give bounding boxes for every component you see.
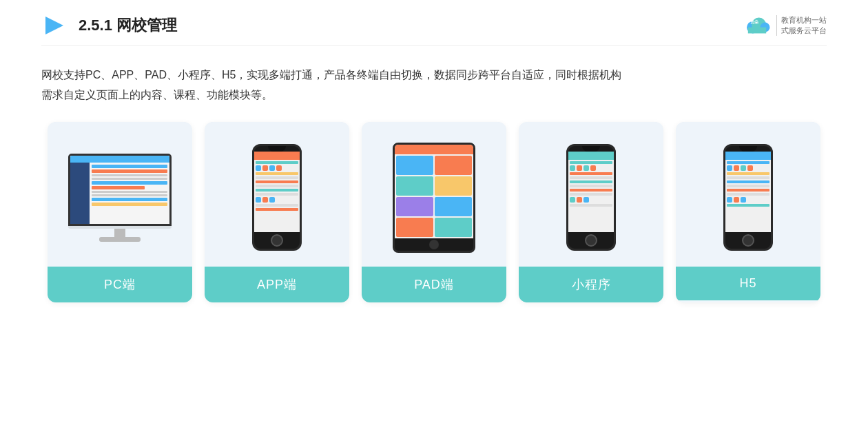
card-h5-image bbox=[676, 122, 820, 267]
card-app-label: APP端 bbox=[205, 267, 349, 302]
card-pad-label: PAD端 bbox=[362, 267, 506, 302]
phone-notch bbox=[268, 146, 286, 152]
card-pc-label: PC端 bbox=[48, 267, 192, 302]
logo-arrow-icon bbox=[41, 12, 68, 39]
svg-rect-4 bbox=[748, 28, 766, 34]
svg-marker-0 bbox=[45, 17, 63, 34]
h5-phone-mockup bbox=[723, 144, 773, 251]
card-h5-label: H5 bbox=[676, 267, 820, 300]
brand-logo: 云朵 教育机构一站 式服务云平台 bbox=[742, 13, 827, 38]
card-pc: PC端 bbox=[48, 122, 192, 302]
page-header: 2.5.1 网校管理 云朵 教育机构一站 式服务云平台 bbox=[41, 0, 827, 46]
h5-phone-notch bbox=[739, 146, 757, 152]
header-right: 云朵 教育机构一站 式服务云平台 bbox=[742, 13, 827, 38]
card-h5: H5 bbox=[676, 122, 820, 302]
pad-device-mockup bbox=[393, 143, 475, 253]
miniapp-phone-notch bbox=[582, 146, 600, 152]
card-pad: PAD端 bbox=[362, 122, 506, 302]
miniapp-home-btn bbox=[585, 234, 597, 247]
card-pad-image bbox=[362, 122, 506, 267]
description-text: 网校支持PC、APP、PAD、小程序、H5，实现多端打通，产品各终端自由切换，数… bbox=[41, 65, 827, 105]
svg-text:云朵: 云朵 bbox=[750, 19, 759, 24]
device-cards-container: PC端 bbox=[41, 122, 827, 302]
miniapp-phone-mockup bbox=[566, 144, 616, 251]
card-pc-image bbox=[48, 122, 192, 267]
pad-home-btn bbox=[429, 240, 439, 249]
page-title: 2.5.1 网校管理 bbox=[79, 15, 177, 36]
card-app-image bbox=[205, 122, 349, 267]
pc-monitor bbox=[68, 154, 172, 226]
app-phone-mockup bbox=[252, 144, 302, 251]
h5-home-btn bbox=[742, 234, 754, 247]
card-miniapp-image bbox=[519, 122, 663, 267]
brand-icon: 云朵 bbox=[742, 13, 772, 38]
card-app: APP端 bbox=[205, 122, 349, 302]
phone-home-btn bbox=[271, 234, 283, 247]
card-miniapp: 小程序 bbox=[519, 122, 663, 302]
card-miniapp-label: 小程序 bbox=[519, 267, 663, 302]
brand-text: 教育机构一站 式服务云平台 bbox=[776, 15, 827, 37]
pc-device-mockup bbox=[68, 154, 172, 242]
header-left: 2.5.1 网校管理 bbox=[41, 12, 177, 39]
page-wrapper: 2.5.1 网校管理 云朵 教育机构一站 式服务云平台 bbox=[0, 0, 868, 434]
